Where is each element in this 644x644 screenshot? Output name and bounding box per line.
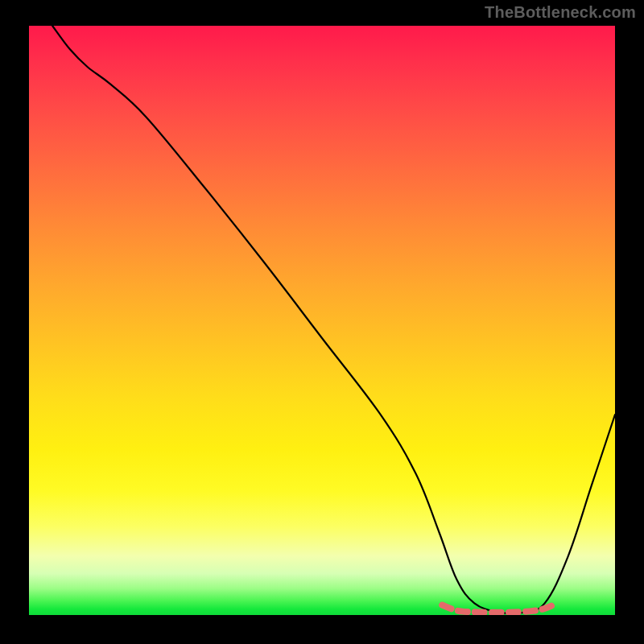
plot-area <box>29 26 615 615</box>
optimal-band <box>442 605 553 613</box>
chart-frame: TheBottleneck.com <box>0 0 644 644</box>
watermark-text: TheBottleneck.com <box>485 3 636 22</box>
curve-layer <box>29 26 615 615</box>
bottleneck-curve <box>52 26 615 613</box>
